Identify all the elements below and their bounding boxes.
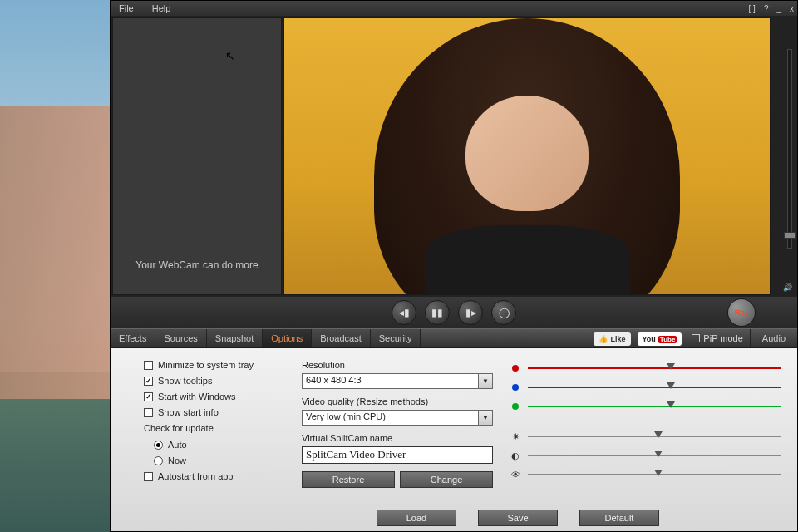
quality-select[interactable]: Very low (min CPU)▼ xyxy=(302,410,493,426)
window-bracket-button[interactable]: [ ] xyxy=(749,4,756,13)
volume-knob[interactable] xyxy=(784,232,796,239)
side-message: Your WebCam can do more xyxy=(135,259,258,271)
prev-button[interactable]: ◂▮ xyxy=(392,300,416,325)
tab-security[interactable]: Security xyxy=(371,329,421,347)
save-button[interactable]: Save xyxy=(478,510,558,526)
show-tooltips-checkbox[interactable]: ✓Show tooltips xyxy=(144,376,285,386)
check-update-label: Check for update xyxy=(144,423,285,433)
volume-area: 🔊 xyxy=(772,16,797,297)
resolution-label: Resolution xyxy=(302,360,493,370)
virtual-name-input[interactable]: SplitCam Video Driver xyxy=(302,446,493,464)
tabs-bar: Effects Sources Snapshot Options Broadca… xyxy=(111,328,797,348)
menu-help[interactable]: Help xyxy=(152,3,171,13)
brightness-slider[interactable] xyxy=(528,436,781,437)
quality-label: Video quality (Resize methods) xyxy=(302,397,493,406)
chevron-down-icon: ▼ xyxy=(478,374,492,388)
tab-effects[interactable]: Effects xyxy=(111,329,155,347)
menu-file[interactable]: File xyxy=(119,3,134,13)
contrast-slider[interactable] xyxy=(528,455,781,456)
playback-controls: ◂▮ ▮▮ ▮▸ ◯ Rec xyxy=(111,297,797,328)
update-now-radio[interactable]: Now xyxy=(144,456,285,466)
gamma-slider[interactable] xyxy=(528,474,781,475)
window-close-button[interactable]: x xyxy=(790,4,794,13)
start-with-windows-checkbox[interactable]: ✓Start with Windows xyxy=(144,392,285,401)
chevron-down-icon: ▼ xyxy=(478,411,492,425)
red-slider[interactable] xyxy=(528,367,781,369)
tab-sources[interactable]: Sources xyxy=(155,329,206,347)
blue-dot-icon xyxy=(512,384,519,391)
default-button[interactable]: Default xyxy=(579,510,659,526)
volume-slider[interactable] xyxy=(787,49,792,249)
side-panel: Your WebCam can do more xyxy=(112,17,282,295)
load-button[interactable]: Load xyxy=(377,510,456,526)
show-start-info-checkbox[interactable]: Show start info xyxy=(144,407,285,417)
gamma-icon: 👁 xyxy=(510,470,521,480)
record-button[interactable]: Rec xyxy=(727,298,756,327)
update-auto-radio[interactable]: Auto xyxy=(144,440,285,450)
green-slider[interactable] xyxy=(528,406,781,407)
resolution-select[interactable]: 640 x 480 4:3▼ xyxy=(302,373,493,389)
brightness-icon: ✷ xyxy=(510,431,521,442)
like-badge[interactable]: 👍Like xyxy=(594,332,630,346)
pause-button[interactable]: ▮▮ xyxy=(425,300,450,325)
window-minimize-button[interactable]: _ xyxy=(776,4,781,13)
youtube-badge[interactable]: YouTube xyxy=(638,332,682,346)
video-preview[interactable] xyxy=(283,17,771,295)
contrast-icon: ◐ xyxy=(510,451,521,461)
green-dot-icon xyxy=(512,403,519,410)
autostart-checkbox[interactable]: Autostart from app xyxy=(144,471,285,481)
speaker-icon: 🔊 xyxy=(783,283,792,292)
checkbox-icon xyxy=(692,334,700,342)
next-button[interactable]: ▮▸ xyxy=(458,300,483,325)
virtual-name-label: Virtual SplitCam name xyxy=(302,433,493,443)
tab-snapshot[interactable]: Snapshot xyxy=(207,329,263,347)
tab-options[interactable]: Options xyxy=(263,329,312,347)
splitcam-window: File Help [ ] ? _ x Your WebCam can do m… xyxy=(110,0,798,532)
pip-mode-checkbox[interactable]: PiP mode xyxy=(692,329,743,347)
options-panel: Minimize to system tray ✓Show tooltips ✓… xyxy=(111,348,797,531)
tab-broadcast[interactable]: Broadcast xyxy=(312,329,371,347)
minimize-tray-checkbox[interactable]: Minimize to system tray xyxy=(144,360,285,370)
red-dot-icon xyxy=(512,365,519,372)
blue-slider[interactable] xyxy=(528,387,781,388)
titlebar: File Help [ ] ? _ x xyxy=(111,1,797,16)
change-button[interactable]: Change xyxy=(400,471,493,488)
restore-button[interactable]: Restore xyxy=(302,471,395,488)
window-help-button[interactable]: ? xyxy=(764,4,769,13)
thumbs-up-icon: 👍 xyxy=(598,335,608,343)
tab-audio[interactable]: Audio xyxy=(750,329,797,347)
snapshot-button[interactable]: ◯ xyxy=(491,300,516,325)
